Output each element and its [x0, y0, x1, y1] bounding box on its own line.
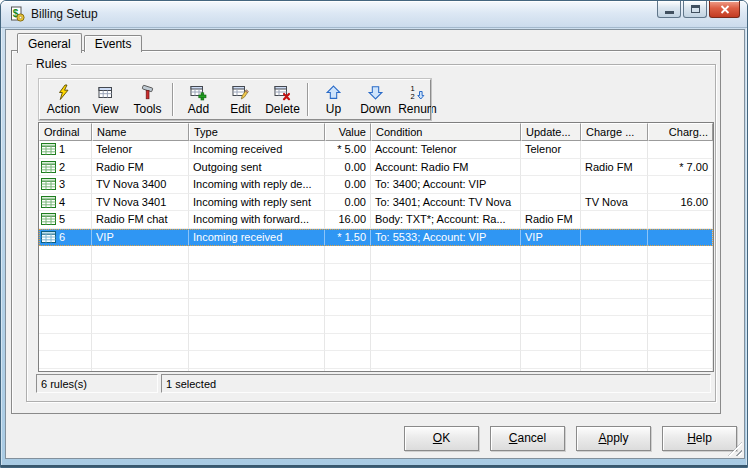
cell-condition: To: 3401; Account: TV Nova [371, 194, 521, 212]
table-row[interactable]: 3TV Nova 3400Incoming with reply de...0.… [39, 176, 713, 194]
table-row-empty [39, 299, 713, 317]
cell-charg: 16.00 [648, 194, 713, 212]
cell-value: 16.00 [325, 211, 371, 229]
tab-general[interactable]: General [17, 33, 82, 53]
cell-name [92, 351, 189, 369]
apply-button[interactable]: Apply [576, 426, 651, 451]
cell-value [325, 264, 371, 282]
toolbar-button-label: Edit [230, 102, 251, 116]
svg-text:2: 2 [411, 92, 415, 101]
close-button[interactable] [709, 1, 740, 18]
help-button[interactable]: Help [662, 426, 737, 451]
cell-charge [581, 264, 648, 282]
column-header-charge[interactable]: Charge ... [581, 123, 648, 141]
cell-value [325, 316, 371, 334]
renumber-icon: 12 [409, 83, 426, 102]
cell-charg [648, 141, 713, 159]
cell-type: Incoming received [189, 229, 325, 247]
column-header-ordinal[interactable]: Ordinal [39, 123, 92, 141]
cell-condition [371, 334, 521, 352]
ok-button[interactable]: OK [404, 426, 479, 451]
ordinal-value: 2 [59, 159, 65, 175]
table-delete-icon [274, 83, 291, 102]
cell-name: Telenor [92, 141, 189, 159]
toolbar-button-up[interactable]: Up [313, 82, 354, 117]
cell-value: 0.00 [325, 159, 371, 177]
cell-name: Radio FM chat [92, 211, 189, 229]
toolbar-button-label: Renum [398, 102, 437, 116]
column-header-update[interactable]: Update... [521, 123, 581, 141]
rules-groupbox: Rules ActionViewToolsAddEditDeleteUpDown… [26, 64, 716, 402]
table-row[interactable]: 6VIPIncoming received* 1.50To: 5533; Acc… [39, 229, 713, 247]
rule-icon [41, 161, 56, 173]
cell-condition: Account: Telenor [371, 141, 521, 159]
table-row[interactable]: 2Radio FMOutgoing sent0.00Account: Radio… [39, 159, 713, 177]
ordinal-value: 1 [59, 141, 65, 157]
table-row-empty [39, 316, 713, 334]
cell-ordinal [39, 246, 92, 264]
tab-events[interactable]: Events [84, 35, 143, 52]
table-row-empty [39, 334, 713, 352]
toolbar-button-add[interactable]: Add [178, 82, 219, 117]
cell-ordinal [39, 264, 92, 282]
cell-ordinal: 4 [39, 194, 92, 212]
column-header-condition[interactable]: Condition [371, 123, 521, 141]
toolbar-button-delete[interactable]: Delete [262, 82, 303, 117]
cell-name [92, 369, 189, 373]
minimize-button[interactable] [657, 1, 681, 18]
cell-charg [648, 264, 713, 282]
table-row[interactable]: 1TelenorIncoming received* 5.00Account: … [39, 141, 713, 159]
cell-charg [648, 351, 713, 369]
billing-setup-window: $ Billing Setup General Events Rules Ac [0, 0, 748, 468]
cell-name [92, 316, 189, 334]
toolbar-button-action[interactable]: Action [43, 82, 84, 117]
table-row-empty [39, 351, 713, 369]
ordinal-value: 3 [59, 176, 65, 192]
cell-ordinal: 3 [39, 176, 92, 194]
cell-type: Outgoing sent [189, 159, 325, 177]
cell-update [521, 264, 581, 282]
toolbar-button-view[interactable]: View [85, 82, 126, 117]
cell-type [189, 281, 325, 299]
toolbar-button-label: Action [47, 102, 80, 116]
window-title: Billing Setup [31, 7, 98, 21]
table-body: 1TelenorIncoming received* 5.00Account: … [39, 141, 713, 372]
cell-type [189, 316, 325, 334]
cell-charg [648, 211, 713, 229]
cell-ordinal [39, 351, 92, 369]
toolbar-button-renum[interactable]: 12Renum [397, 82, 438, 117]
cell-name [92, 334, 189, 352]
cancel-button[interactable]: Cancel [490, 426, 565, 451]
table-row[interactable]: 5Radio FM chatIncoming with forward...16… [39, 211, 713, 229]
cell-ordinal: 6 [39, 229, 92, 247]
toolbar-button-label: Delete [265, 102, 300, 116]
toolbar-button-tools[interactable]: Tools [127, 82, 168, 117]
cell-charg: * 7.00 [648, 159, 713, 177]
table-row[interactable]: 4TV Nova 3401Incoming with reply sent0.0… [39, 194, 713, 212]
cell-update: Radio FM [521, 211, 581, 229]
column-header-charg[interactable]: Charg... [648, 123, 713, 141]
maximize-button[interactable] [683, 1, 707, 18]
cell-charge: Radio FM [581, 159, 648, 177]
cell-charg [648, 369, 713, 373]
column-header-type[interactable]: Type [189, 123, 325, 141]
cell-ordinal [39, 281, 92, 299]
cell-type: Incoming with reply de... [189, 176, 325, 194]
toolbar-button-edit[interactable]: Edit [220, 82, 261, 117]
cell-charge [581, 316, 648, 334]
cell-ordinal [39, 369, 92, 373]
cell-update [521, 194, 581, 212]
column-header-name[interactable]: Name [92, 123, 189, 141]
toolbar-button-label: View [93, 102, 119, 116]
toolbar-button-label: Down [360, 102, 391, 116]
cell-ordinal [39, 316, 92, 334]
cell-name [92, 264, 189, 282]
toolbar-separator [307, 83, 309, 116]
toolbar-button-down[interactable]: Down [355, 82, 396, 117]
cell-condition: Body: TXT*; Account: Ra... [371, 211, 521, 229]
column-header-value[interactable]: Value [325, 123, 371, 141]
cell-value: * 1.50 [325, 229, 371, 247]
cell-condition: Account: Radio FM [371, 159, 521, 177]
cell-charg [648, 281, 713, 299]
cell-value [325, 281, 371, 299]
